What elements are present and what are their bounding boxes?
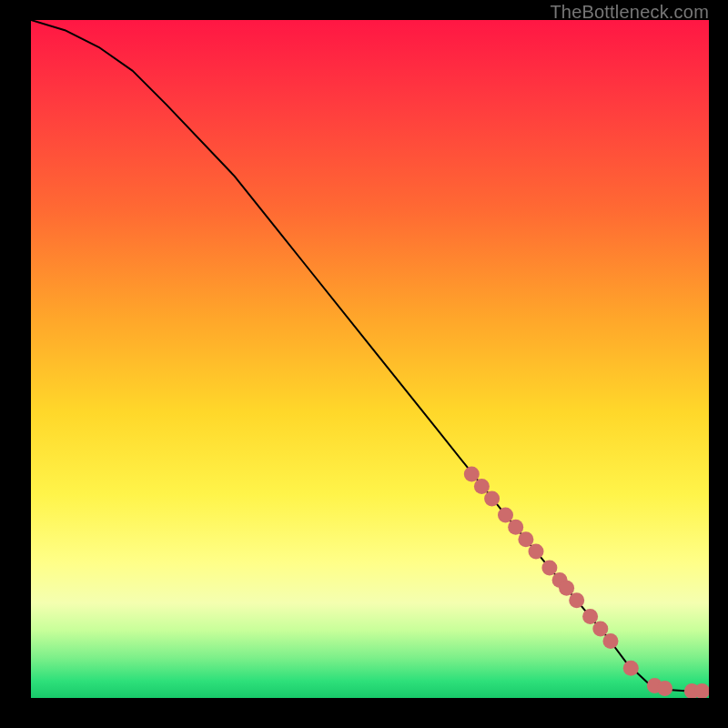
data-markers bbox=[464, 467, 709, 698]
watermark-label: TheBottleneck.com bbox=[550, 2, 709, 23]
data-marker bbox=[508, 520, 523, 535]
data-marker bbox=[623, 661, 639, 676]
chart-overlay bbox=[31, 20, 709, 698]
data-marker bbox=[603, 633, 619, 649]
data-marker bbox=[541, 561, 557, 576]
data-marker bbox=[592, 622, 608, 637]
data-marker bbox=[569, 592, 584, 608]
data-marker bbox=[464, 467, 480, 482]
data-marker bbox=[529, 544, 544, 560]
data-marker bbox=[657, 681, 672, 696]
data-marker bbox=[474, 479, 490, 494]
data-marker bbox=[559, 581, 574, 596]
plot-area bbox=[31, 20, 709, 698]
data-marker bbox=[484, 491, 500, 507]
data-marker bbox=[582, 609, 598, 624]
data-marker bbox=[498, 507, 513, 522]
bottleneck-curve bbox=[31, 20, 709, 692]
chart-stage: TheBottleneck.com bbox=[0, 0, 728, 728]
data-marker bbox=[518, 531, 533, 547]
